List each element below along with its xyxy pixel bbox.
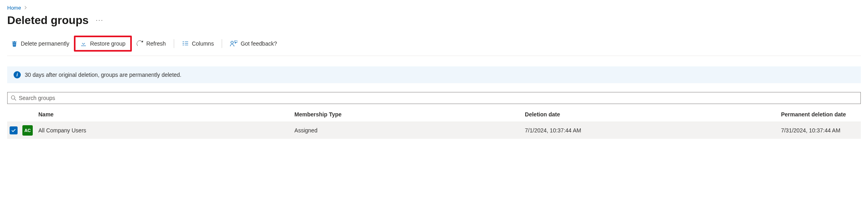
restore-group-label: Restore group xyxy=(90,40,125,47)
command-bar: Delete permanently Restore group Refresh… xyxy=(7,36,861,56)
info-banner: i 30 days after original deletion, group… xyxy=(7,66,861,83)
feedback-person-icon xyxy=(230,40,237,47)
breadcrumb: Home xyxy=(7,5,861,11)
download-icon xyxy=(80,40,87,47)
column-header-name[interactable]: Name xyxy=(38,107,294,122)
restore-group-highlight: Restore group xyxy=(74,36,132,52)
table-header-row: Name Membership Type Deletion date Perma… xyxy=(7,107,861,122)
page-title: Deleted groups xyxy=(7,14,89,27)
feedback-button[interactable]: Got feedback? xyxy=(226,38,281,49)
column-header-deletion-date[interactable]: Deletion date xyxy=(525,107,781,122)
restore-group-button[interactable]: Restore group xyxy=(76,39,129,48)
cell-membership-type: Assigned xyxy=(294,122,525,139)
trash-icon xyxy=(11,40,18,47)
breadcrumb-home-link[interactable]: Home xyxy=(7,5,21,11)
table-row[interactable]: AC All Company Users Assigned 7/1/2024, … xyxy=(7,122,861,139)
delete-permanently-button[interactable]: Delete permanently xyxy=(7,38,73,49)
feedback-label: Got feedback? xyxy=(240,40,277,47)
command-separator xyxy=(222,39,222,48)
info-icon: i xyxy=(14,71,21,78)
chevron-right-icon xyxy=(24,5,28,11)
more-actions-button[interactable]: ··· xyxy=(94,15,105,26)
command-separator xyxy=(174,39,174,48)
columns-label: Columns xyxy=(192,40,214,47)
delete-permanently-label: Delete permanently xyxy=(21,40,69,47)
cell-name: All Company Users xyxy=(38,122,294,139)
refresh-button[interactable]: Refresh xyxy=(133,38,170,49)
cell-deletion-date: 7/1/2024, 10:37:44 AM xyxy=(525,122,781,139)
info-banner-text: 30 days after original deletion, groups … xyxy=(25,72,181,78)
columns-icon xyxy=(182,40,189,47)
svg-point-1 xyxy=(11,96,15,99)
refresh-icon xyxy=(137,40,143,47)
row-checkbox[interactable] xyxy=(10,126,18,134)
checkmark-icon xyxy=(11,128,16,133)
cell-permanent-deletion-date: 7/31/2024, 10:37:44 AM xyxy=(781,122,861,139)
column-header-permanent-deletion-date[interactable]: Permanent deletion date xyxy=(781,107,861,122)
group-avatar: AC xyxy=(22,125,33,136)
search-groups-wrapper[interactable] xyxy=(7,92,861,104)
columns-button[interactable]: Columns xyxy=(178,38,218,49)
search-input[interactable] xyxy=(19,94,857,102)
svg-point-0 xyxy=(231,41,233,44)
refresh-label: Refresh xyxy=(146,40,166,47)
column-header-membership-type[interactable]: Membership Type xyxy=(294,107,525,122)
search-icon xyxy=(11,95,16,101)
groups-table: Name Membership Type Deletion date Perma… xyxy=(7,107,861,139)
